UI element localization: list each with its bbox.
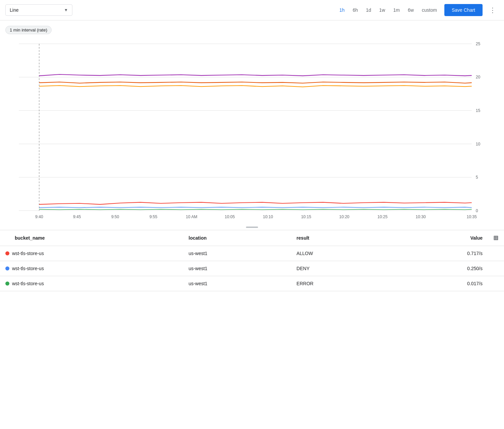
bucket-name-value: wst-tls-store-us [12, 281, 44, 286]
col-header-result: result [291, 230, 392, 246]
columns-icon-cell[interactable]: ⊞ [488, 230, 504, 246]
cell-bucket-name: wst-tls-store-us [0, 276, 183, 291]
chart-type-dropdown[interactable]: Line ▼ [5, 4, 72, 16]
save-chart-button[interactable]: Save Chart [444, 4, 483, 16]
cell-empty [488, 246, 504, 261]
bucket-name-value: wst-tls-store-us [12, 251, 44, 256]
cell-location: us-west1 [183, 246, 291, 261]
interval-badge: 1 min interval (rate) [5, 26, 52, 34]
table-header-row: bucket_name location result Value ⊞ [0, 230, 504, 246]
cell-result: ALLOW [291, 246, 392, 261]
cell-value: 0.017/s [392, 276, 488, 291]
chevron-down-icon: ▼ [64, 8, 68, 12]
svg-text:9:40: 9:40 [35, 214, 43, 219]
table-row: wst-tls-store-us us-west1 ERROR 0.017/s [0, 276, 504, 291]
data-table: bucket_name location result Value ⊞ wst-… [0, 230, 504, 291]
svg-text:10:05: 10:05 [225, 214, 235, 219]
drag-handle[interactable] [0, 225, 504, 230]
time-range-btn-1d[interactable]: 1d [363, 5, 375, 15]
chart-area: 1 min interval (rate) 25 20 15 10 5 0 [0, 20, 504, 225]
time-range-btn-6h[interactable]: 6h [349, 5, 361, 15]
svg-text:15: 15 [476, 108, 481, 113]
cell-bucket-name: wst-tls-store-us [0, 261, 183, 276]
drag-pill [246, 227, 258, 228]
table-row: wst-tls-store-us us-west1 DENY 0.250/s [0, 261, 504, 276]
svg-text:0: 0 [476, 208, 478, 213]
svg-text:10 AM: 10 AM [186, 214, 197, 219]
columns-layout-icon[interactable]: ⊞ [493, 235, 498, 241]
svg-text:10:30: 10:30 [416, 214, 426, 219]
cell-bucket-name: wst-tls-store-us [0, 246, 183, 261]
chart-svg: 25 20 15 10 5 0 9:40 9:45 9:50 9: [5, 37, 485, 225]
table-row: wst-tls-store-us us-west1 ALLOW 0.717/s [0, 246, 504, 261]
cell-location: us-west1 [183, 261, 291, 276]
cell-empty [488, 276, 504, 291]
time-range-group: 1h6h1d1w1m6wcustom [336, 5, 440, 15]
series-color-dot [5, 282, 9, 286]
cell-value: 0.250/s [392, 261, 488, 276]
cell-value: 0.717/s [392, 246, 488, 261]
svg-text:9:55: 9:55 [149, 214, 158, 219]
cell-location: us-west1 [183, 276, 291, 291]
series-color-dot [5, 266, 9, 270]
svg-text:10:35: 10:35 [467, 214, 477, 219]
svg-text:10:25: 10:25 [377, 214, 387, 219]
col-header-bucket-name: bucket_name [0, 230, 183, 246]
col-header-value: Value [392, 230, 488, 246]
svg-text:20: 20 [476, 75, 481, 79]
time-range-btn-6w[interactable]: 6w [404, 5, 417, 15]
svg-text:9:50: 9:50 [111, 214, 119, 219]
svg-text:10:20: 10:20 [339, 214, 349, 219]
time-range-btn-1w[interactable]: 1w [376, 5, 389, 15]
svg-text:10: 10 [476, 141, 481, 146]
svg-text:5: 5 [476, 175, 478, 180]
chart-type-label: Line [10, 7, 18, 13]
svg-text:25: 25 [476, 42, 481, 46]
cell-empty [488, 261, 504, 276]
svg-text:10:15: 10:15 [301, 214, 311, 219]
svg-text:10:10: 10:10 [263, 214, 273, 219]
toolbar: Line ▼ 1h6h1d1w1m6wcustom Save Chart ⋮ [0, 0, 504, 20]
bucket-name-value: wst-tls-store-us [12, 266, 44, 271]
cell-result: ERROR [291, 276, 392, 291]
time-range-btn-custom[interactable]: custom [419, 5, 440, 15]
series-color-dot [5, 251, 9, 255]
time-range-btn-1m[interactable]: 1m [390, 5, 403, 15]
cell-result: DENY [291, 261, 392, 276]
chart-wrapper: 25 20 15 10 5 0 9:40 9:45 9:50 9: [0, 37, 504, 225]
time-range-btn-1h[interactable]: 1h [336, 5, 348, 15]
more-options-button[interactable]: ⋮ [487, 5, 499, 15]
svg-text:9:45: 9:45 [73, 214, 81, 219]
col-header-location: location [183, 230, 291, 246]
